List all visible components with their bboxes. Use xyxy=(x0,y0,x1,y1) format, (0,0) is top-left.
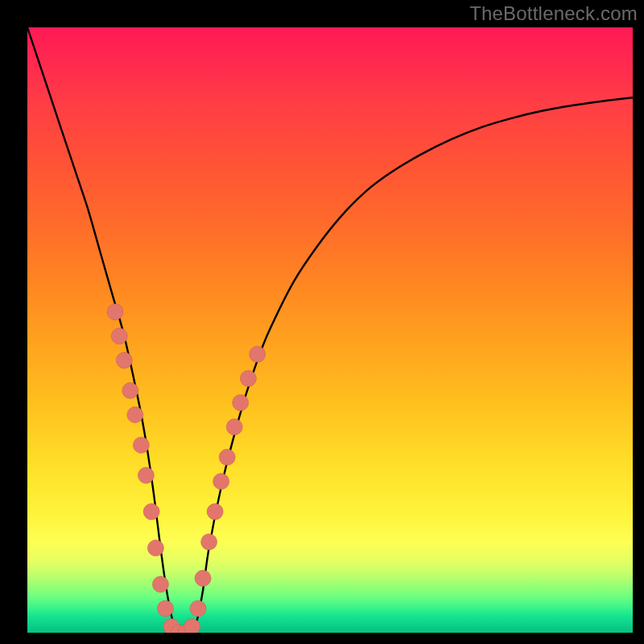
curve-marker xyxy=(116,353,132,369)
curve-marker xyxy=(240,370,256,386)
curve-marker xyxy=(226,419,242,435)
curve-marker xyxy=(201,534,217,550)
curve-marker xyxy=(147,540,163,556)
curve-marker xyxy=(122,382,138,398)
watermark-label: TheBottleneck.com xyxy=(469,2,638,25)
chart-frame: TheBottleneck.com xyxy=(0,0,644,644)
plot-area xyxy=(27,27,633,633)
curve-marker xyxy=(250,346,266,362)
curve-marker xyxy=(111,328,127,345)
curve-marker xyxy=(138,467,154,483)
curve-marker xyxy=(213,473,229,489)
curve-marker xyxy=(207,504,223,520)
curve-marker xyxy=(107,303,123,320)
curve-marker xyxy=(233,394,249,411)
curve-marker xyxy=(190,601,206,617)
curve-layer xyxy=(27,27,633,633)
curve-marker xyxy=(184,618,200,633)
curve-markers xyxy=(107,303,266,633)
curve-marker xyxy=(127,407,143,423)
curve-marker xyxy=(143,504,159,520)
curve-marker xyxy=(219,449,235,465)
curve-marker xyxy=(133,437,149,453)
curve-marker xyxy=(157,601,173,617)
curve-marker xyxy=(195,570,211,586)
curve-marker xyxy=(152,576,168,592)
